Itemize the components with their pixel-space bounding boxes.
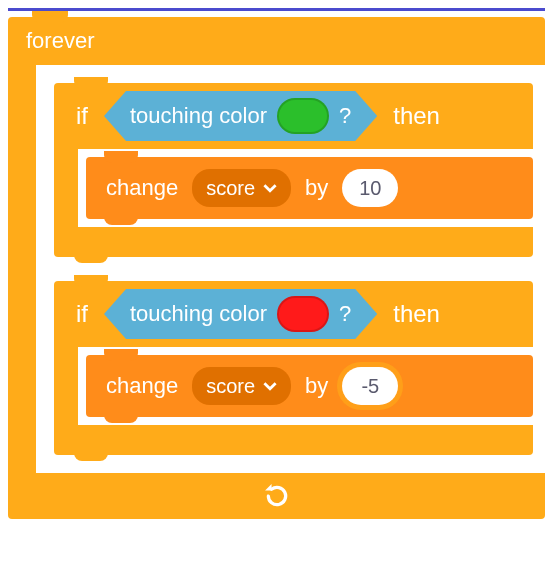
color-swatch-red[interactable]	[277, 296, 329, 332]
variable-dropdown-2[interactable]: score	[192, 367, 291, 405]
if-footer-1	[54, 227, 533, 257]
then-label: then	[393, 102, 440, 130]
if-footer-2	[54, 425, 533, 455]
value-input-1[interactable]: 10	[342, 169, 398, 207]
loop-arrow-icon	[264, 483, 290, 509]
forever-label: forever	[26, 28, 94, 54]
forever-arm	[8, 65, 36, 473]
by-label: by	[305, 373, 328, 399]
scratch-canvas: forever if touching color ? then	[8, 8, 545, 519]
touching-color-condition-2[interactable]: touching color ?	[104, 289, 377, 339]
if-arm-1	[54, 149, 78, 227]
if-label: if	[76, 102, 88, 130]
chevron-down-icon	[263, 379, 277, 393]
value-text: -5	[361, 375, 379, 398]
change-variable-block-1[interactable]: change score by 10	[86, 157, 533, 219]
if-block-1[interactable]: if touching color ? then change	[54, 83, 533, 257]
touching-color-prefix: touching color	[130, 103, 267, 129]
touching-color-prefix: touching color	[130, 301, 267, 327]
forever-block[interactable]: forever if touching color ? then	[8, 17, 545, 519]
if-label: if	[76, 300, 88, 328]
color-swatch-green[interactable]	[277, 98, 329, 134]
if-header-2: if touching color ? then	[54, 281, 533, 347]
touching-color-condition-1[interactable]: touching color ?	[104, 91, 377, 141]
variable-name: score	[206, 177, 255, 200]
if-block-2[interactable]: if touching color ? then change	[54, 281, 533, 455]
chevron-down-icon	[263, 181, 277, 195]
variable-name: score	[206, 375, 255, 398]
if-arm-2	[54, 347, 78, 425]
change-variable-block-2[interactable]: change score by -5	[86, 355, 533, 417]
forever-footer	[8, 473, 545, 519]
value-input-2[interactable]: -5	[342, 367, 398, 405]
touching-color-suffix: ?	[339, 103, 351, 129]
touching-color-suffix: ?	[339, 301, 351, 327]
then-label: then	[393, 300, 440, 328]
if-header-1: if touching color ? then	[54, 83, 533, 149]
change-label: change	[106, 175, 178, 201]
change-label: change	[106, 373, 178, 399]
by-label: by	[305, 175, 328, 201]
variable-dropdown-1[interactable]: score	[192, 169, 291, 207]
value-text: 10	[359, 177, 381, 200]
forever-header: forever	[8, 17, 545, 65]
